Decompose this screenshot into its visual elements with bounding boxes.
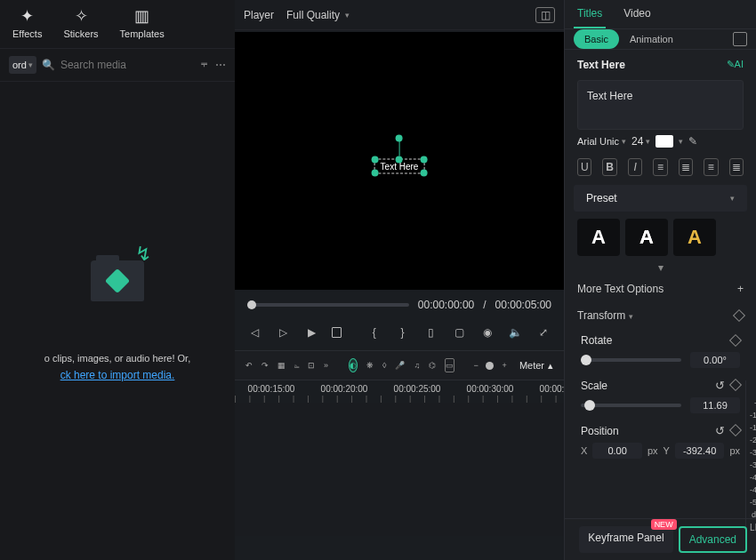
rotate-slider[interactable] [581, 358, 681, 362]
canvas-text-object[interactable]: Text Here [374, 158, 425, 173]
fx-icon[interactable]: ◐ [349, 358, 358, 372]
scrub-bar[interactable] [247, 303, 409, 307]
tab-titles[interactable]: Titles [574, 0, 606, 28]
prev-frame-button[interactable]: ◁ [247, 324, 263, 341]
search-input[interactable] [60, 59, 194, 71]
crop-icon[interactable]: ▯ [422, 324, 438, 341]
keyframe-diamond-icon[interactable] [729, 379, 742, 391]
add-icon[interactable]: + [737, 283, 744, 295]
pos-x-value[interactable]: 0.00 [592, 443, 642, 459]
media-drop-zone[interactable]: ↯ o clips, images, or audio here! Or, ck… [0, 82, 235, 560]
zoom-in-button[interactable]: + [503, 358, 507, 372]
show-more-presets[interactable]: ▾ [565, 260, 756, 276]
brace-right-icon[interactable]: } [395, 324, 411, 341]
resize-handle[interactable] [420, 156, 427, 163]
align-justify-button[interactable]: ≣ [729, 158, 744, 176]
color-swatch[interactable] [655, 135, 673, 148]
align-center-button[interactable]: ≣ [679, 158, 693, 176]
align-left-button[interactable]: ≡ [653, 158, 667, 176]
video-viewport[interactable]: Text Here [235, 32, 564, 290]
keyframe-panel-button[interactable]: Keyframe Panel NEW [579, 526, 672, 553]
save-preset-icon[interactable] [733, 32, 747, 46]
zoom-knob[interactable] [486, 362, 494, 370]
redo-icon[interactable]: ↷ [261, 358, 269, 372]
preset-card[interactable]: A [625, 219, 668, 256]
eyedropper-icon[interactable]: ✎ [688, 135, 697, 148]
split-icon[interactable]: ⎁ [294, 358, 299, 372]
preset-dropdown[interactable]: Preset ▾ [574, 185, 747, 212]
pos-y-value[interactable]: -392.40 [675, 443, 725, 459]
drop-link[interactable]: ck here to import media. [60, 369, 175, 381]
camera-icon[interactable]: ◉ [479, 324, 495, 341]
slider-knob[interactable] [581, 355, 591, 365]
scale-label: Scale [581, 380, 607, 392]
zoom-out-button[interactable]: − [474, 358, 479, 372]
keyframe-diamond-icon[interactable] [733, 309, 745, 322]
scale-value[interactable]: 11.69 [690, 397, 740, 413]
keyframe-diamond-icon[interactable] [729, 424, 742, 436]
shield-icon[interactable]: ◊ [382, 358, 386, 372]
transform-header[interactable]: Transform ▾ [565, 302, 756, 329]
italic-button[interactable]: I [628, 158, 642, 176]
preset-card[interactable]: A [577, 219, 620, 256]
snapshot-icon[interactable]: ◫ [535, 7, 555, 23]
effects-button[interactable]: ✦ Effects [12, 7, 42, 39]
position-prop: Position ↺ X 0.00 px Y -392.40 px [565, 419, 756, 464]
more-icon[interactable]: ⋯ [215, 57, 226, 73]
magnet-icon[interactable]: ⌬ [429, 358, 436, 372]
music-icon[interactable]: ♫ [414, 358, 420, 372]
templates-button[interactable]: ▥ Templates [120, 7, 165, 39]
advanced-button[interactable]: Advanced [679, 526, 747, 553]
delete-icon[interactable]: ▦ [277, 358, 286, 372]
volume-icon[interactable]: 🔈 [508, 324, 524, 341]
scale-slider[interactable] [581, 404, 681, 407]
fullscreen-icon[interactable]: ⤢ [535, 324, 551, 341]
search-row: ord▾ 🔍 ⫧ ⋯ [0, 49, 235, 82]
sparkle-icon[interactable]: ❋ [366, 358, 374, 372]
resize-handle[interactable] [420, 169, 427, 176]
db-mark: -12 [750, 409, 756, 421]
font-size-dropdown[interactable]: 24 ▾ [631, 135, 650, 148]
scrub-knob[interactable] [247, 300, 256, 309]
more-text-options-row[interactable]: More Text Options + [565, 276, 756, 302]
underline-button[interactable]: U [577, 158, 591, 176]
font-family-dropdown[interactable]: Arial Unic▾ [577, 136, 626, 147]
subtab-basic[interactable]: Basic [574, 29, 619, 49]
media-category-dropdown[interactable]: ord▾ [9, 56, 36, 74]
subtab-animation[interactable]: Animation [619, 29, 684, 49]
keyframe-diamond-icon[interactable] [729, 334, 742, 347]
rotate-handle[interactable] [396, 134, 403, 141]
stop-button[interactable] [332, 327, 342, 338]
resize-handle[interactable] [372, 169, 379, 176]
reset-icon[interactable]: ↺ [715, 424, 725, 437]
ai-icon[interactable]: ✎AI [727, 59, 744, 70]
meter-toggle[interactable]: Meter ▴ [519, 360, 553, 372]
play-button[interactable]: ▶ [303, 324, 319, 341]
drop-text: o clips, images, or audio here! Or, [44, 353, 190, 364]
x-label: X [581, 445, 587, 456]
brace-left-icon[interactable]: { [366, 324, 382, 341]
logo-icon [105, 268, 130, 293]
crop-clip-icon[interactable]: ⊡ [308, 358, 315, 372]
ruler-mark: 00:00:25:00 [381, 384, 454, 394]
undo-icon[interactable]: ↶ [245, 358, 253, 372]
rotate-value[interactable]: 0.00° [690, 352, 740, 368]
stickers-button[interactable]: ✧ Stickers [63, 7, 98, 39]
expand-icon[interactable]: » [324, 358, 328, 372]
preset-card[interactable]: A [673, 219, 716, 256]
align-right-button[interactable]: ≡ [704, 158, 718, 176]
quality-dropdown[interactable]: Full Quality ▾ [286, 9, 350, 21]
display-icon[interactable]: ▢ [451, 324, 467, 341]
filter-icon[interactable]: ⫧ [199, 57, 210, 73]
bold-button[interactable]: B [602, 158, 616, 176]
tab-video[interactable]: Video [620, 0, 654, 28]
play-in-button[interactable]: ▷ [276, 324, 292, 341]
mic-icon[interactable]: 🎤 [395, 358, 405, 372]
resize-handle[interactable] [372, 156, 379, 163]
zoom-slider[interactable] [487, 364, 494, 367]
marker-icon[interactable]: ▭ [445, 358, 454, 372]
slider-knob[interactable] [584, 400, 595, 411]
chevron-down-icon[interactable]: ▾ [679, 137, 683, 146]
text-content-input[interactable]: Text Here [577, 80, 744, 130]
reset-icon[interactable]: ↺ [715, 379, 725, 392]
